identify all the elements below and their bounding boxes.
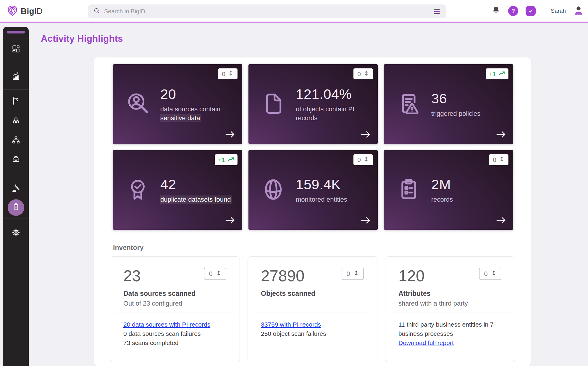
sidebar-nav — [3, 27, 29, 366]
active-item-circle — [8, 199, 24, 216]
tasks-check-icon[interactable] — [526, 6, 536, 16]
inventory-cards-grid: 23 0 Data sources scanned Out of 23 conf… — [110, 256, 515, 362]
trending-up-icon — [228, 156, 234, 163]
arrow-right-icon[interactable] — [225, 131, 235, 139]
award-check-icon — [125, 177, 150, 203]
arrow-right-icon[interactable] — [225, 216, 235, 225]
highlight-tiles-grid: 0 20 data sources contain — [113, 64, 513, 230]
search-input[interactable] — [104, 8, 433, 15]
bigid-logo: BigID — [7, 4, 43, 18]
divider — [115, 312, 235, 312]
metric-label: records — [431, 195, 506, 204]
trend-badge: 0 — [353, 68, 373, 79]
trend-badge: 0 — [489, 154, 508, 165]
divider — [543, 7, 543, 15]
metric-tile-pi-records[interactable]: 0 121.04% of objects contain PI records — [248, 64, 378, 144]
sidebar-item-classification[interactable] — [3, 114, 29, 129]
metric-tile-monitored-entities[interactable]: 0 159.4K monitored entities — [248, 150, 378, 230]
clipboard-icon — [12, 203, 20, 213]
arrow-right-icon[interactable] — [360, 216, 371, 225]
arrow-right-icon[interactable] — [496, 131, 506, 139]
sidebar-item-compliance[interactable] — [3, 182, 29, 196]
card-subtitle: shared with a third party — [398, 300, 502, 307]
document-icon — [261, 91, 286, 117]
sidebar-item-settings[interactable] — [3, 226, 29, 240]
sidebar-item-analytics[interactable] — [3, 70, 29, 84]
global-search — [88, 4, 446, 18]
globe-icon — [261, 177, 286, 203]
updown-arrow-icon — [364, 156, 369, 163]
updown-arrow-icon — [228, 70, 234, 78]
filter-sliders-icon[interactable] — [433, 8, 441, 15]
arrow-right-icon[interactable] — [360, 131, 371, 139]
top-bar: BigID ? — [0, 0, 588, 23]
sidebar-divider — [3, 219, 29, 219]
card-title: Data sources scanned — [123, 290, 227, 298]
metric-value: 20 — [160, 86, 235, 102]
sidebar-item-reports-active[interactable] — [3, 199, 29, 216]
content-panel: 0 20 data sources contain — [94, 57, 531, 366]
pi-records-link[interactable]: 33759 with PI records — [261, 321, 321, 328]
trend-badge: 0 — [342, 268, 364, 280]
trend-badge: 0 — [204, 268, 226, 280]
sidebar-divider — [3, 89, 29, 90]
metric-tile-triggered-policies[interactable]: +1 — [384, 64, 513, 144]
metric-label: data sources contain sensitive data — [160, 105, 235, 122]
notifications-bell-icon[interactable] — [491, 6, 501, 16]
trend-badge: 0 — [353, 154, 373, 165]
metric-label: of objects contain PI records — [296, 105, 370, 122]
analytics-icon — [12, 72, 20, 82]
pi-records-link[interactable]: 20 data sources with PI records — [123, 321, 210, 328]
help-icon[interactable]: ? — [508, 6, 518, 16]
user-search-icon — [125, 91, 150, 117]
card-subtitle: Out of 23 configured — [123, 300, 227, 307]
arrow-right-icon[interactable] — [496, 216, 506, 225]
sidebar-handle[interactable] — [7, 31, 25, 33]
card-title: Attributes — [398, 290, 502, 298]
updown-arrow-icon — [364, 70, 369, 78]
metric-label: duplicate datasets found — [160, 195, 235, 204]
trend-badge: +1 — [486, 68, 508, 79]
search-icon — [93, 7, 101, 16]
inventory-heading: Inventory — [113, 244, 144, 252]
divider — [390, 312, 510, 312]
inventory-card-objects: 27890 0 Objects scanned 33759 with PI re… — [248, 256, 377, 362]
object-scan-failures-text: 250 object scan failures — [261, 329, 366, 338]
download-report-link[interactable]: Download full report — [398, 339, 454, 346]
scans-completed-text: 73 scans completed — [123, 338, 228, 347]
metric-tile-sensitive-data[interactable]: 0 20 data sources contain — [113, 64, 242, 144]
metric-value: 42 — [160, 176, 235, 192]
avatar-icon[interactable] — [573, 5, 584, 17]
trending-up-icon — [499, 70, 505, 78]
page-title: Activity Highlights — [41, 33, 123, 44]
updown-arrow-icon — [491, 270, 497, 278]
metric-value: 36 — [431, 90, 506, 107]
sidebar-item-policies[interactable] — [3, 94, 29, 109]
fingerprint-logo-icon — [7, 4, 18, 18]
metric-value: 121.04% — [296, 86, 370, 102]
trend-badge: 0 — [479, 268, 501, 280]
hexagons-icon — [12, 116, 20, 126]
metric-tile-records[interactable]: 0 2M records — [384, 150, 513, 230]
sidebar-divider — [3, 61, 29, 61]
metric-value: 159.4K — [296, 176, 370, 192]
sidebar-divider — [3, 174, 29, 174]
sidebar-item-data-catalog[interactable] — [3, 152, 29, 166]
metric-value: 2M — [431, 176, 506, 192]
updown-arrow-icon — [216, 270, 222, 278]
metric-label: monitored entities — [296, 195, 370, 204]
dashboard-icon — [12, 44, 20, 54]
scan-failures-text: 0 data sources scan failures — [123, 329, 228, 338]
card-title: Objects scanned — [261, 290, 364, 298]
clipboard-list-icon — [396, 177, 421, 203]
metric-tile-duplicate-datasets[interactable]: +1 42 duplicate datasets fou — [113, 150, 242, 230]
policy-alert-icon — [396, 91, 421, 117]
org-chart-icon — [12, 136, 20, 146]
updown-arrow-icon — [353, 270, 359, 278]
sidebar-item-org-structure[interactable] — [3, 134, 29, 148]
divider — [253, 312, 372, 312]
user-name: Sarah — [551, 8, 566, 14]
gear-icon — [12, 228, 20, 238]
archive-icon — [12, 154, 20, 164]
sidebar-item-dashboard[interactable] — [3, 42, 29, 57]
